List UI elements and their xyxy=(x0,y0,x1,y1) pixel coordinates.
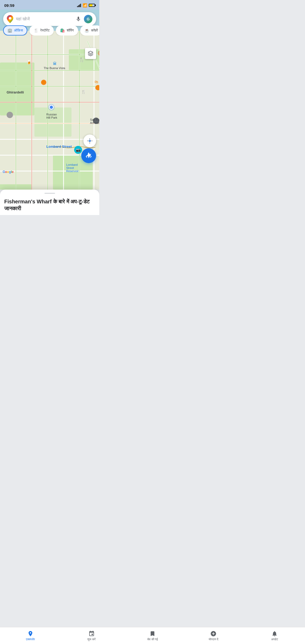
status-icons: 📶 xyxy=(77,3,95,7)
search-input[interactable]: यहां खोजें xyxy=(16,17,73,21)
restaurant-icon: 🍴 xyxy=(34,28,39,33)
lombard-camera-icon: 📷 xyxy=(74,146,82,154)
shopping-icon: 🛍️ xyxy=(60,28,65,33)
google-logo: Google xyxy=(3,170,14,174)
svg-point-40 xyxy=(7,112,13,118)
svg-point-41 xyxy=(93,118,99,124)
mic-icon[interactable] xyxy=(75,16,81,22)
map-pin-bar: 🍺 xyxy=(26,60,32,65)
map-pin-shop: 🛍 xyxy=(42,80,45,84)
chip-label-restaurant: रेस्टोरेंट xyxy=(40,28,50,33)
map-pin-restaurant: 🍴 xyxy=(79,57,85,62)
map-pin-museum: 🏛 xyxy=(53,61,57,66)
chip-label-shopping: शॉपिंग xyxy=(67,28,74,33)
map-layers-button[interactable] xyxy=(85,48,96,59)
chips-container: 🏢 ऑफ़िस 🍴 रेस्टोरेंट 🛍️ शॉपिंग ☕ कॉफ़ी xyxy=(0,25,99,35)
svg-rect-4 xyxy=(34,108,71,137)
search-bar[interactable]: यहां खोजें G xyxy=(3,12,96,26)
chip-office[interactable]: 🏢 ऑफ़िस xyxy=(3,25,27,35)
avatar[interactable]: G xyxy=(84,15,92,23)
map-view[interactable]: 🍴 The Buena Vista Ghirardelli RussianHil… xyxy=(0,10,99,190)
chip-label-office: ऑफ़िस xyxy=(14,28,23,33)
google-maps-logo xyxy=(7,15,13,23)
map-pin-shop2: 🛍 xyxy=(95,80,98,84)
chip-coffee[interactable]: ☕ कॉफ़ी xyxy=(80,25,99,35)
battery-icon xyxy=(89,4,95,7)
chip-restaurant[interactable]: 🍴 रेस्टोरेंट xyxy=(29,25,54,35)
location-button[interactable] xyxy=(83,135,96,147)
svg-point-42 xyxy=(89,140,91,142)
signal-icon xyxy=(77,3,81,7)
status-bar: 09:59 📶 xyxy=(0,0,99,10)
office-icon: 🏢 xyxy=(7,28,12,33)
coffee-icon: ☕ xyxy=(84,28,89,33)
current-location-indicator xyxy=(49,105,54,110)
chip-label-coffee: कॉफ़ी xyxy=(91,28,98,33)
bottom-sheet: Fisherman's Wharf के बारे में अप-टू-डेट … xyxy=(0,190,99,215)
status-time: 09:59 xyxy=(4,3,14,8)
map-pin-food3: 🍴 xyxy=(81,90,86,94)
sheet-title: Fisherman's Wharf के बारे में अप-टू-डेट … xyxy=(0,198,99,215)
chip-shopping[interactable]: 🛍️ शॉपिंग xyxy=(56,25,78,35)
directions-button[interactable] xyxy=(81,148,96,163)
wifi-icon: 📶 xyxy=(83,3,87,7)
svg-point-43 xyxy=(9,17,11,20)
map-pin-restaurant: 🍴 xyxy=(97,51,99,56)
map-svg: 🍴 xyxy=(0,10,99,190)
sheet-handle[interactable] xyxy=(44,193,55,194)
